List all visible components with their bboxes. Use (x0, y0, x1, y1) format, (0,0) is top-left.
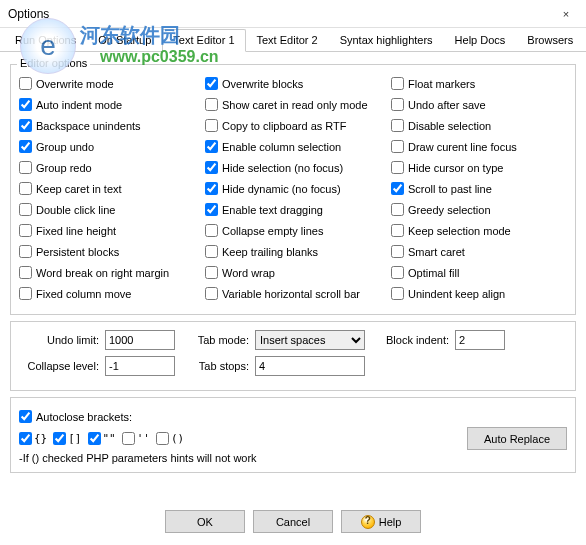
checkbox-overwrite_mode[interactable] (19, 77, 32, 90)
label-var_hscroll: Variable horizontal scroll bar (222, 288, 360, 300)
option-smart_caret[interactable]: Smart caret (391, 241, 567, 262)
option-enable_text_drag[interactable]: Enable text dragging (205, 199, 381, 220)
tab-help-docs[interactable]: Help Docs (444, 29, 517, 52)
checkbox-scroll_past_line[interactable] (391, 182, 404, 195)
label-overwrite_mode: Overwrite mode (36, 78, 114, 90)
checkbox-group_undo[interactable] (19, 140, 32, 153)
checkbox-disable_selection[interactable] (391, 119, 404, 132)
option-hide_cursor_type[interactable]: Hide cursor on type (391, 157, 567, 178)
checkbox-word_wrap[interactable] (205, 266, 218, 279)
autoclose-checkbox[interactable] (19, 410, 32, 423)
checkbox-float_markers[interactable] (391, 77, 404, 90)
option-copy_rtf[interactable]: Copy to clipboard as RTF (205, 115, 381, 136)
bracket-check-''[interactable] (122, 432, 135, 445)
label-group_undo: Group undo (36, 141, 94, 153)
checkbox-auto_indent[interactable] (19, 98, 32, 111)
checkbox-keep_caret[interactable] (19, 182, 32, 195)
option-auto_indent[interactable]: Auto indent mode (19, 94, 195, 115)
checkbox-var_hscroll[interactable] (205, 287, 218, 300)
label-enable_text_drag: Enable text dragging (222, 204, 323, 216)
checkbox-undo_after_save[interactable] (391, 98, 404, 111)
checkbox-fixed_column_move[interactable] (19, 287, 32, 300)
checkbox-greedy_selection[interactable] (391, 203, 404, 216)
checkbox-overwrite_blocks[interactable] (205, 77, 218, 90)
checkbox-collapse_empty[interactable] (205, 224, 218, 237)
tab-text-editor-2[interactable]: Text Editor 2 (246, 29, 329, 52)
block-indent-label: Block indent: (371, 334, 449, 346)
checkbox-group_redo[interactable] (19, 161, 32, 174)
option-enable_col_sel[interactable]: Enable column selection (205, 136, 381, 157)
option-greedy_selection[interactable]: Greedy selection (391, 199, 567, 220)
option-unindent_keep_align[interactable]: Unindent keep align (391, 283, 567, 304)
tab-on-startup[interactable]: On Startup (87, 29, 162, 52)
checkbox-smart_caret[interactable] (391, 245, 404, 258)
checkbox-word_break_margin[interactable] (19, 266, 32, 279)
autoclose-brackets-check[interactable]: Autoclose brackets: (19, 406, 567, 427)
option-fixed_line_height[interactable]: Fixed line height (19, 220, 195, 241)
option-fixed_column_move[interactable]: Fixed column move (19, 283, 195, 304)
help-button[interactable]: Help (341, 510, 421, 533)
option-word_wrap[interactable]: Word wrap (205, 262, 381, 283)
tab-stops-input[interactable] (255, 356, 365, 376)
option-word_break_margin[interactable]: Word break on right margin (19, 262, 195, 283)
auto-replace-button[interactable]: Auto Replace (467, 427, 567, 450)
option-hide_sel_nofocus[interactable]: Hide selection (no focus) (205, 157, 381, 178)
option-collapse_empty[interactable]: Collapse empty lines (205, 220, 381, 241)
option-group_undo[interactable]: Group undo (19, 136, 195, 157)
checkbox-enable_text_drag[interactable] (205, 203, 218, 216)
bracket-check-()[interactable] (156, 432, 169, 445)
checkbox-optimal_fill[interactable] (391, 266, 404, 279)
option-overwrite_blocks[interactable]: Overwrite blocks (205, 73, 381, 94)
option-persistent_blocks[interactable]: Persistent blocks (19, 241, 195, 262)
tab-text-editor-1[interactable]: Text Editor 1 (162, 29, 245, 52)
ok-button[interactable]: OK (165, 510, 245, 533)
checkbox-backspace_unindents[interactable] (19, 119, 32, 132)
option-backspace_unindents[interactable]: Backspace unindents (19, 115, 195, 136)
label-fixed_line_height: Fixed line height (36, 225, 116, 237)
tab-browsers[interactable]: Browsers (516, 29, 584, 52)
collapse-level-input[interactable] (105, 356, 175, 376)
option-undo_after_save[interactable]: Undo after save (391, 94, 567, 115)
window-title: Options (8, 7, 49, 21)
checkbox-hide_dyn_nofocus[interactable] (205, 182, 218, 195)
option-hide_dyn_nofocus[interactable]: Hide dynamic (no focus) (205, 178, 381, 199)
option-draw_curline_focus[interactable]: Draw curent line focus (391, 136, 567, 157)
checkbox-hide_cursor_type[interactable] (391, 161, 404, 174)
block-indent-input[interactable] (455, 330, 505, 350)
checkbox-fixed_line_height[interactable] (19, 224, 32, 237)
checkbox-double_click_line[interactable] (19, 203, 32, 216)
option-keep_trailing[interactable]: Keep trailing blanks (205, 241, 381, 262)
option-disable_selection[interactable]: Disable selection (391, 115, 567, 136)
label-unindent_keep_align: Unindent keep align (408, 288, 505, 300)
checkbox-keep_sel_mode[interactable] (391, 224, 404, 237)
option-double_click_line[interactable]: Double click line (19, 199, 195, 220)
option-optimal_fill[interactable]: Optimal fill (391, 262, 567, 283)
checkbox-show_caret_ro[interactable] (205, 98, 218, 111)
option-group_redo[interactable]: Group redo (19, 157, 195, 178)
tab-syntax-highlighters[interactable]: Syntax highlighters (329, 29, 444, 52)
checkbox-enable_col_sel[interactable] (205, 140, 218, 153)
option-scroll_past_line[interactable]: Scroll to past line (391, 178, 567, 199)
checkbox-unindent_keep_align[interactable] (391, 287, 404, 300)
cancel-button[interactable]: Cancel (253, 510, 333, 533)
bracket-pairs: {}[]""''() (19, 432, 188, 445)
checkbox-copy_rtf[interactable] (205, 119, 218, 132)
checkbox-persistent_blocks[interactable] (19, 245, 32, 258)
option-keep_sel_mode[interactable]: Keep selection mode (391, 220, 567, 241)
option-show_caret_ro[interactable]: Show caret in read only mode (205, 94, 381, 115)
tab-run-options[interactable]: Run Options (4, 29, 87, 52)
undo-limit-input[interactable] (105, 330, 175, 350)
option-keep_caret[interactable]: Keep caret in text (19, 178, 195, 199)
option-var_hscroll[interactable]: Variable horizontal scroll bar (205, 283, 381, 304)
close-button[interactable]: × (546, 0, 586, 28)
checkbox-hide_sel_nofocus[interactable] (205, 161, 218, 174)
tab-mode-select[interactable]: Insert spaces (255, 330, 365, 350)
option-float_markers[interactable]: Float markers (391, 73, 567, 94)
bracket-check-[][interactable] (53, 432, 66, 445)
bracket-check-""[interactable] (88, 432, 101, 445)
option-overwrite_mode[interactable]: Overwrite mode (19, 73, 195, 94)
checkbox-keep_trailing[interactable] (205, 245, 218, 258)
help-icon (361, 515, 375, 529)
checkbox-draw_curline_focus[interactable] (391, 140, 404, 153)
bracket-check-{}[interactable] (19, 432, 32, 445)
